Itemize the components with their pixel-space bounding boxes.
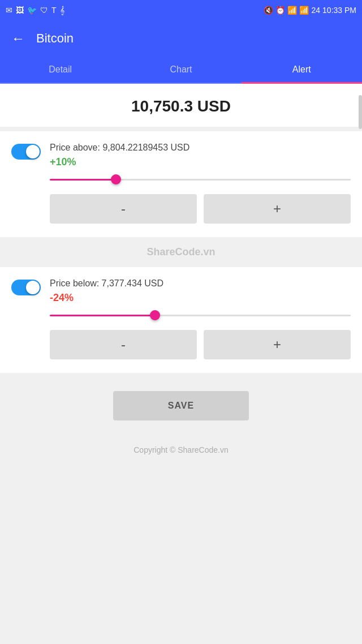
- alert-below-row: Price below: 7,377.434 USD -24%: [11, 278, 351, 321]
- slider-above-thumb[interactable]: [111, 174, 121, 184]
- decrease-above-button[interactable]: -: [50, 194, 197, 224]
- alert-above-label: Price above: 9,804.22189453 USD: [50, 143, 351, 153]
- message-icon: ✉: [6, 6, 12, 15]
- slider-below-thumb[interactable]: [150, 310, 160, 320]
- increase-above-button[interactable]: +: [204, 194, 351, 224]
- image-icon: 🖼: [16, 6, 24, 15]
- battery-icon: 24: [311, 6, 320, 15]
- alert-above-row: Price above: 9,804.22189453 USD +10%: [11, 143, 351, 185]
- alert-below-card: Price below: 7,377.434 USD -24% - +: [0, 267, 362, 373]
- tab-bar: Detail Chart Alert: [0, 57, 362, 84]
- scroll-indicator: [359, 95, 362, 129]
- slider-above-fill: [50, 179, 116, 181]
- price-section: 10,750.3 USD: [0, 84, 362, 127]
- tab-chart[interactable]: Chart: [120, 57, 241, 83]
- tab-alert[interactable]: Alert: [242, 57, 362, 83]
- alert-above-btn-row: - +: [50, 194, 351, 224]
- music-icon: 𝄞: [60, 6, 64, 15]
- cellular-icon: 📶: [299, 6, 309, 15]
- toggle-below-knob: [26, 281, 40, 294]
- wifi-icon: 📶: [287, 6, 297, 15]
- back-arrow-icon: ←: [11, 31, 25, 46]
- toggle-below[interactable]: [11, 280, 41, 295]
- alert-below-percentage: -24%: [50, 292, 351, 304]
- alert-below-label: Price below: 7,377.434 USD: [50, 278, 351, 289]
- copyright: Copyright © ShareCode.vn: [0, 434, 362, 466]
- twitter-icon: 🐦: [27, 6, 37, 15]
- alert-above-percentage: +10%: [50, 156, 351, 168]
- header: ← Bitcoin: [0, 20, 362, 57]
- toggle-above[interactable]: [11, 144, 41, 160]
- tab-detail[interactable]: Detail: [0, 57, 120, 83]
- main-content: 10,750.3 USD Price above: 9,804.22189453…: [0, 84, 362, 488]
- price-value: 10,750.3 USD: [131, 97, 231, 115]
- status-bar: ✉ 🖼 🐦 🛡 T 𝄞 🔇 ⏰ 📶 📶 24 10:33 PM: [0, 0, 362, 20]
- save-button[interactable]: SAVE: [113, 391, 249, 420]
- signal-icon: T: [51, 6, 57, 15]
- time-display: 10:33 PM: [322, 6, 356, 15]
- decrease-below-button[interactable]: -: [50, 330, 197, 359]
- slider-below-container[interactable]: [50, 310, 351, 321]
- watermark: ShareCode.vn: [0, 242, 362, 263]
- slider-below-fill: [50, 315, 155, 316]
- slider-above-container[interactable]: [50, 174, 351, 185]
- alert-above-card: Price above: 9,804.22189453 USD +10% - +: [0, 131, 362, 237]
- increase-below-button[interactable]: +: [204, 330, 351, 359]
- save-section: SAVE: [0, 377, 362, 434]
- back-button[interactable]: ←: [11, 31, 25, 46]
- alert-below-btn-row: - +: [50, 330, 351, 359]
- toggle-above-knob: [26, 145, 40, 158]
- alert-above-info: Price above: 9,804.22189453 USD +10%: [50, 143, 351, 185]
- shield-icon: 🛡: [40, 6, 48, 15]
- slider-below-track: [50, 315, 351, 316]
- alert-below-info: Price below: 7,377.434 USD -24%: [50, 278, 351, 321]
- alarm-icon: ⏰: [275, 6, 285, 15]
- status-icons-left: ✉ 🖼 🐦 🛡 T 𝄞: [6, 6, 64, 15]
- mute-icon: 🔇: [264, 6, 273, 15]
- slider-above-track: [50, 179, 351, 181]
- page-title: Bitcoin: [36, 31, 74, 46]
- status-icons-right: 🔇 ⏰ 📶 📶 24 10:33 PM: [264, 6, 356, 15]
